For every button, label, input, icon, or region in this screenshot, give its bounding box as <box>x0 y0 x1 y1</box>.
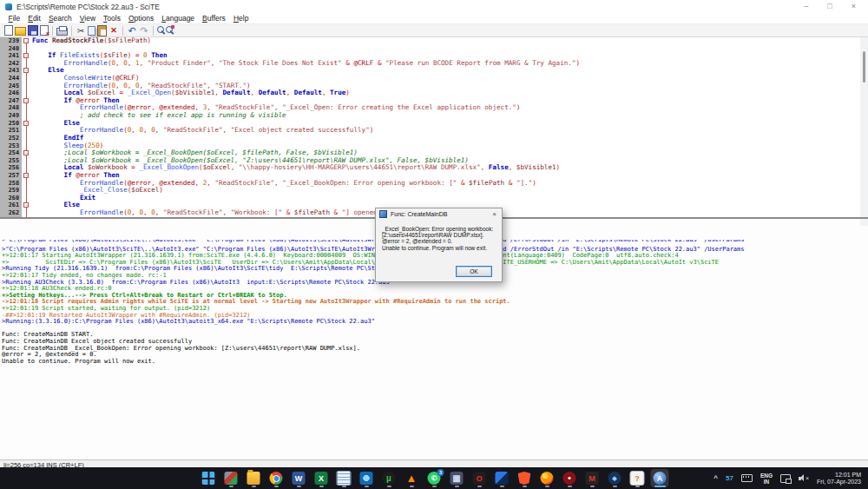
minimize-icon[interactable]: – <box>804 0 808 13</box>
menu-search[interactable]: Search <box>44 14 76 23</box>
fold-toggle-icon[interactable] <box>23 38 29 43</box>
menu-tools[interactable]: Tools <box>100 14 125 23</box>
close-file-icon[interactable] <box>40 25 49 36</box>
undo-icon[interactable] <box>127 25 137 36</box>
clock[interactable]: 12:01 PM Fri, 07-Apr-2023 <box>817 472 861 486</box>
copy-icon[interactable] <box>88 26 95 36</box>
code-line[interactable]: Func ReadStockFile($sFilePath) <box>32 37 868 45</box>
fold-toggle-icon[interactable] <box>23 53 29 58</box>
line-number: 247 <box>0 97 19 105</box>
code-line[interactable]: _Excel_Close($oExcel) <box>32 187 868 195</box>
excel-icon[interactable]: X <box>312 469 331 487</box>
dialog-close-icon[interactable]: × <box>490 210 498 218</box>
fold-toggle-icon[interactable] <box>23 173 29 178</box>
fold-toggle-icon[interactable] <box>23 68 29 73</box>
toolbar-separator <box>71 26 72 36</box>
close-icon[interactable]: × <box>852 0 856 13</box>
vlc-glyph: ▲ <box>405 472 418 485</box>
ok-button[interactable]: OK <box>456 266 492 277</box>
menu-view[interactable]: View <box>76 14 99 23</box>
tray-speed-indicator[interactable]: 57 <box>726 474 733 482</box>
menu-buffers[interactable]: Buffers <box>199 14 230 23</box>
new-file-icon[interactable] <box>4 25 13 36</box>
find-icon[interactable] <box>157 26 164 33</box>
volume-muted-icon[interactable]: × <box>799 474 809 482</box>
code-line[interactable]: Local $oWorkbook = _Excel_BookOpen($oExc… <box>32 164 868 172</box>
fold-row <box>22 60 32 68</box>
replace-icon[interactable] <box>166 26 173 33</box>
print-icon[interactable] <box>56 28 68 36</box>
photos-icon[interactable] <box>358 469 376 487</box>
help-file-icon[interactable]: ? <box>628 469 647 487</box>
code-editor-pane[interactable]: 2392402412422432442452462472482492502512… <box>0 37 868 217</box>
running-indicator <box>252 486 256 487</box>
save-file-icon[interactable] <box>28 25 38 36</box>
marg-icon[interactable]: M <box>583 469 602 487</box>
opera-icon[interactable]: O <box>470 469 489 487</box>
maximize-icon[interactable]: □ <box>827 0 832 13</box>
chrome-icon[interactable] <box>267 469 286 487</box>
word-icon[interactable]: W <box>290 469 308 487</box>
utorrent-icon[interactable]: µ <box>380 469 398 487</box>
running-indicator <box>387 486 391 487</box>
touch-keyboard-icon[interactable] <box>741 474 753 482</box>
language-indicator[interactable]: ENG IN <box>760 472 773 485</box>
calculator-icon[interactable]: ▦ <box>448 469 466 487</box>
code-line[interactable]: Exit <box>32 195 868 202</box>
fold-row <box>22 45 32 53</box>
blue-triangle-icon[interactable] <box>493 469 511 487</box>
open-file-icon[interactable] <box>15 27 26 36</box>
whatsapp-icon[interactable]: ✆3 <box>425 469 444 487</box>
cut-icon[interactable] <box>76 25 86 36</box>
photos-glyph <box>360 472 373 485</box>
start-icon[interactable] <box>200 469 218 487</box>
menu-help[interactable]: Help <box>229 14 252 23</box>
running-indicator <box>568 486 572 487</box>
code-line[interactable]: ErrorHandle(0, 0, 0, "ReadStockFile", "E… <box>32 127 868 135</box>
brave-icon[interactable] <box>516 469 534 487</box>
dialog-message: _Excel_BookOpen: Error opening workbook:… <box>376 220 502 251</box>
menu-language[interactable]: Language <box>158 14 199 23</box>
paste-icon[interactable] <box>97 25 107 36</box>
red-app-icon[interactable] <box>561 469 579 487</box>
autoit-icon[interactable]: A <box>651 469 669 487</box>
running-indicator <box>274 486 279 487</box>
fold-toggle-icon[interactable] <box>23 98 29 103</box>
blue-badge-glyph: ◆ <box>608 472 621 485</box>
delete-icon[interactable] <box>108 25 119 36</box>
code-line[interactable]: Else <box>32 67 868 75</box>
fold-row <box>22 104 32 112</box>
firefox-icon[interactable] <box>538 469 556 487</box>
running-indicator <box>654 486 666 487</box>
code-text[interactable]: Func ReadStockFile($sFilePath) If FileEx… <box>32 37 868 217</box>
vlc-icon[interactable]: ▲ <box>403 469 421 487</box>
running-indicator <box>229 486 233 487</box>
notepad-icon[interactable] <box>335 469 353 487</box>
taskbar: WXµ▲✆3▦OM◆?A ^ 57 ENG IN × 12:01 PM Fri,… <box>0 467 868 489</box>
output-scrollbar[interactable] <box>860 219 868 226</box>
fold-row <box>22 52 32 60</box>
utorrent-glyph: µ <box>383 472 396 485</box>
menu-options[interactable]: Options <box>124 14 157 23</box>
explorer-icon[interactable] <box>245 469 263 487</box>
chart-app-icon[interactable] <box>222 469 240 487</box>
fold-toggle-icon[interactable] <box>23 150 29 155</box>
dialog-title: Func: CreateMainDB <box>391 211 490 217</box>
fold-margin <box>22 37 32 217</box>
hidden-icons-chevron-icon[interactable]: ^ <box>713 474 718 482</box>
code-line[interactable]: ; add check to see if excel app is runni… <box>32 112 868 120</box>
fold-toggle-icon[interactable] <box>23 121 29 126</box>
fold-toggle-icon[interactable] <box>23 202 29 208</box>
blue-badge-icon[interactable]: ◆ <box>606 469 624 487</box>
editor-scrollbar-thumb[interactable] <box>863 51 865 83</box>
menu-file[interactable]: File <box>4 14 24 23</box>
editor-scrollbar[interactable] <box>860 37 868 217</box>
running-indicator <box>365 486 369 487</box>
second-screen-icon[interactable] <box>780 474 791 483</box>
code-line[interactable]: ErrorHandle(0, 0, 1, "Product Finder", "… <box>32 60 868 68</box>
menu-edit[interactable]: Edit <box>24 14 45 23</box>
clock-time: 12:01 PM <box>835 472 861 479</box>
redo-icon[interactable] <box>139 25 149 36</box>
code-line[interactable]: EndIf <box>32 135 868 142</box>
code-line[interactable]: Local $oExcel = _Excel_Open($bVisible1, … <box>32 89 868 97</box>
